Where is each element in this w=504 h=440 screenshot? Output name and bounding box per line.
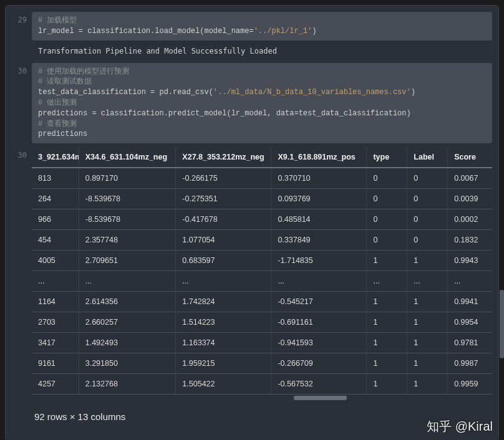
table-cell: 0.1832 <box>448 230 492 251</box>
table-row: 8130.897170-0.2661750.370710000.0067 <box>32 168 492 189</box>
table-cell: 1.077054 <box>176 230 271 251</box>
table-cell: -0.266709 <box>271 353 367 374</box>
table-cell: ... <box>407 271 448 292</box>
table-cell: 2.357748 <box>79 230 176 251</box>
col-header: Score <box>448 147 492 168</box>
col-header: X34.6_631.104mz_neg <box>79 147 176 168</box>
horizontal-scrollbar[interactable] <box>32 396 492 400</box>
table-row: 11642.6143561.742824-0.545217110.9941 <box>32 292 492 312</box>
table-cell: 966 <box>32 209 79 230</box>
table-cell: ... <box>367 271 407 292</box>
notebook-container: 29 # 加载模型 lr_model = classification.load… <box>5 5 499 440</box>
table-cell: -0.941593 <box>271 333 367 353</box>
table-cell: 1.742824 <box>176 292 271 312</box>
table-row: 42572.1327681.505422-0.567532110.9959 <box>32 374 492 395</box>
cell-number: 29 <box>12 12 32 24</box>
table-cell: 4005 <box>32 251 79 271</box>
table-cell: 9161 <box>32 353 79 374</box>
table-cell: 1164 <box>32 292 79 312</box>
table-cell: 0 <box>367 168 407 189</box>
table-cell: 1 <box>407 251 448 271</box>
table-row: 40052.7096510.683597-1.714835110.9943 <box>32 251 492 271</box>
table-cell: 0.9959 <box>448 374 492 395</box>
dataframe-summary: 92 rows × 13 columns <box>32 400 492 424</box>
table-header-row: 3_921.634mz_pos X34.6_631.104mz_neg X27.… <box>32 147 492 168</box>
table-cell: 0.093769 <box>271 189 367 209</box>
cell-29-output: Transformation Pipeline and Model Succes… <box>12 44 492 59</box>
table-cell: -0.417678 <box>176 209 271 230</box>
table-cell: 3417 <box>32 333 79 353</box>
col-header: 3_921.634mz_pos <box>32 147 79 168</box>
table-cell: 454 <box>32 230 79 251</box>
output-text: Transformation Pipeline and Model Succes… <box>32 44 492 59</box>
table-cell: 4257 <box>32 374 79 395</box>
table-cell: -0.691161 <box>271 312 367 333</box>
cell-29: 29 # 加载模型 lr_model = classification.load… <box>12 12 492 41</box>
table-cell: 0.370710 <box>271 168 367 189</box>
table-cell: 2.709651 <box>79 251 176 271</box>
dataframe-table[interactable]: 3_921.634mz_pos X34.6_631.104mz_neg X27.… <box>32 147 492 395</box>
table-cell: -8.539678 <box>79 189 176 209</box>
table-cell: 2.660257 <box>79 312 176 333</box>
table-cell: 0 <box>407 209 448 230</box>
vertical-scrollbar[interactable] <box>500 0 504 440</box>
table-cell: 0 <box>407 189 448 209</box>
table-cell: 2.132768 <box>79 374 176 395</box>
col-header: X27.8_353.212mz_neg <box>176 147 271 168</box>
table-cell: 1.514223 <box>176 312 271 333</box>
table-cell: 0.0002 <box>448 209 492 230</box>
table-cell: 0.485814 <box>271 209 367 230</box>
table-cell: -0.567532 <box>271 374 367 395</box>
table-cell: ... <box>448 271 492 292</box>
table-cell: 813 <box>32 168 79 189</box>
col-header: Label <box>407 147 448 168</box>
table-cell: -1.714835 <box>271 251 367 271</box>
code-input[interactable]: # 加载模型 lr_model = classification.load_mo… <box>32 12 492 41</box>
table-cell: 0.0039 <box>448 189 492 209</box>
table-row: 91613.2918501.959215-0.266709110.9987 <box>32 353 492 374</box>
table-row: 264-8.539678-0.2753510.093769000.0039 <box>32 189 492 209</box>
col-header: type <box>367 147 407 168</box>
table-cell: 0.9781 <box>448 333 492 353</box>
table-row: 4542.3577481.0770540.337849000.1832 <box>32 230 492 251</box>
table-cell: -0.545217 <box>271 292 367 312</box>
table-cell: ... <box>79 271 176 292</box>
scrollbar-thumb[interactable] <box>294 396 347 400</box>
table-cell: ... <box>271 271 367 292</box>
table-cell: 0.0067 <box>448 168 492 189</box>
table-cell: 0.9941 <box>448 292 492 312</box>
table-cell: 0 <box>367 209 407 230</box>
table-cell: 1.505422 <box>176 374 271 395</box>
table-cell: 1 <box>407 353 448 374</box>
table-cell: -0.275351 <box>176 189 271 209</box>
table-cell: 1 <box>407 374 448 395</box>
dataframe-output: 3_921.634mz_pos X34.6_631.104mz_neg X27.… <box>32 147 492 424</box>
table-cell: 1 <box>367 292 407 312</box>
table-cell: 1 <box>367 312 407 333</box>
table-cell: ... <box>176 271 271 292</box>
table-row: 27032.6602571.514223-0.691161110.9954 <box>32 312 492 333</box>
table-cell: 2703 <box>32 312 79 333</box>
table-cell: 0.897170 <box>79 168 176 189</box>
output-number: 30 <box>12 147 32 160</box>
table-cell: 264 <box>32 189 79 209</box>
table-cell: 1.959215 <box>176 353 271 374</box>
cell-30-output: 30 3_921.634mz_pos X34.6_631.104mz_neg X… <box>12 147 492 424</box>
table-row: ..................... <box>32 271 492 292</box>
table-cell: 1 <box>367 251 407 271</box>
table-cell: 1 <box>367 353 407 374</box>
table-cell: 1 <box>407 292 448 312</box>
table-cell: 0.9987 <box>448 353 492 374</box>
table-cell: 0 <box>367 189 407 209</box>
table-cell: 0 <box>407 168 448 189</box>
scrollbar-thumb[interactable] <box>500 290 504 358</box>
table-cell: 1.492493 <box>79 333 176 353</box>
table-cell: 1 <box>407 333 448 353</box>
col-header: X9.1_618.891mz_pos <box>271 147 367 168</box>
table-cell: 1 <box>367 374 407 395</box>
table-row: 34171.4924931.163374-0.941593110.9781 <box>32 333 492 353</box>
table-cell: 1 <box>367 333 407 353</box>
code-input[interactable]: # 使用加载的模型进行预测 # 读取测试数据 test_data_classif… <box>32 63 492 144</box>
table-cell: 0 <box>367 230 407 251</box>
table-cell: ... <box>32 271 79 292</box>
